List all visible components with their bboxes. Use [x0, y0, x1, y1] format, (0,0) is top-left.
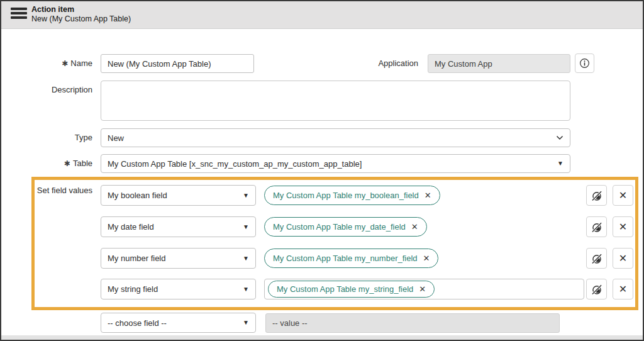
crossed-eye-icon	[591, 189, 603, 202]
field-select-row1[interactable]: My boolean field ▼	[101, 185, 256, 206]
dropdown-arrow-icon: ▼	[243, 193, 249, 199]
value-pill: My Custom App Table my_string_field ✕	[268, 281, 435, 298]
application-readonly-field: My Custom App	[428, 54, 570, 73]
hide-value-button-row3[interactable]	[586, 248, 607, 269]
dropdown-arrow-icon: ▼	[557, 160, 564, 167]
required-icon: ✱	[64, 159, 70, 168]
field-select-row2[interactable]: My date field ▼	[101, 216, 256, 237]
value-placeholder-field: -- value --	[265, 313, 560, 333]
application-info-button[interactable]	[575, 53, 594, 73]
info-icon	[579, 58, 590, 69]
required-icon: ✱	[62, 59, 68, 68]
hamburger-menu-icon[interactable]	[11, 8, 27, 21]
application-label: Application	[341, 59, 418, 68]
dropdown-arrow-icon: ▼	[243, 224, 249, 230]
dropdown-arrow-icon: ▼	[243, 320, 249, 326]
close-icon: ✕	[619, 284, 627, 294]
window-bottom-edge	[1, 335, 643, 340]
hide-value-button-row2[interactable]	[586, 216, 607, 237]
crossed-eye-icon	[591, 221, 603, 233]
remove-pill-icon[interactable]: ✕	[425, 191, 431, 200]
hide-value-button-row1[interactable]	[586, 185, 607, 206]
description-label: Description	[14, 85, 92, 94]
page-title: Action item	[31, 5, 74, 14]
record-title: New (My Custom App Table)	[31, 14, 131, 24]
delete-row-button-row2[interactable]: ✕	[613, 216, 633, 237]
field-value-row2: My Custom App Table my_date_field ✕	[264, 217, 427, 237]
delete-row-button-row1[interactable]: ✕	[613, 185, 633, 206]
remove-pill-icon[interactable]: ✕	[419, 284, 426, 294]
table-label: ✱Table	[14, 159, 92, 168]
form-header: Action item New (My Custom App Table)	[1, 1, 643, 29]
delete-row-button-row3[interactable]: ✕	[613, 248, 633, 269]
table-select[interactable]: My Custom App Table [x_snc_my_custom_ap_…	[101, 154, 570, 173]
field-value-row3: My Custom App Table my_number_field ✕	[264, 249, 438, 268]
chevron-down-icon	[556, 135, 564, 140]
value-pill: My Custom App Table my_number_field ✕	[264, 249, 438, 268]
field-select-row4[interactable]: My string field ▼	[101, 279, 256, 299]
set-field-values-label: Set field values	[14, 186, 92, 195]
dropdown-arrow-icon: ▼	[243, 255, 249, 262]
crossed-eye-icon	[591, 283, 603, 296]
hide-value-button-row4[interactable]	[586, 279, 607, 299]
type-label: Type	[14, 133, 92, 142]
close-icon: ✕	[619, 222, 627, 232]
close-icon: ✕	[619, 254, 627, 264]
field-value-row1: My Custom App Table my_boolean_field ✕	[264, 186, 440, 205]
delete-row-button-row4[interactable]: ✕	[613, 279, 633, 299]
action-item-window: Action item New (My Custom App Table) ✱N…	[0, 0, 644, 341]
value-pill: My Custom App Table my_boolean_field ✕	[264, 186, 440, 205]
remove-pill-icon[interactable]: ✕	[423, 254, 430, 263]
field-select-row3[interactable]: My number field ▼	[101, 248, 256, 269]
type-select[interactable]: New	[101, 128, 570, 147]
crossed-eye-icon	[591, 252, 603, 265]
remove-pill-icon[interactable]: ✕	[411, 222, 418, 232]
choose-field-select[interactable]: -- choose field -- ▼	[101, 313, 256, 333]
field-value-input-row4[interactable]: My Custom App Table my_string_field ✕	[264, 279, 584, 299]
dropdown-arrow-icon: ▼	[243, 286, 249, 293]
close-icon: ✕	[619, 191, 627, 201]
name-label: ✱Name	[14, 59, 92, 68]
description-textarea[interactable]	[101, 81, 570, 121]
name-input[interactable]: New (My Custom App Table)	[101, 54, 254, 73]
value-pill: My Custom App Table my_date_field ✕	[264, 217, 427, 237]
